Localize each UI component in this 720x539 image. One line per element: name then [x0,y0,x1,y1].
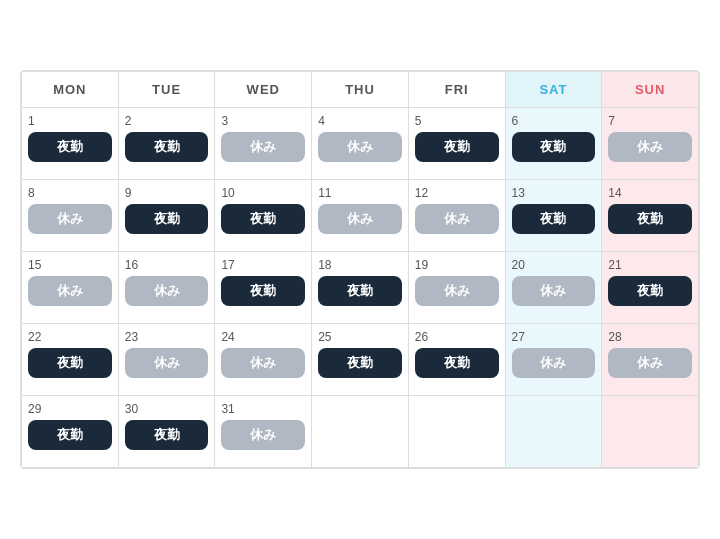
day-number: 13 [512,186,596,200]
day-number: 5 [415,114,499,128]
day-cell-29: 29夜勤 [22,396,119,468]
day-number: 18 [318,258,402,272]
rest-badge: 休み [125,276,209,306]
day-cell-24: 24休み [215,324,312,396]
night-badge: 夜勤 [415,132,499,162]
night-badge: 夜勤 [318,276,402,306]
day-number: 15 [28,258,112,272]
night-badge: 夜勤 [28,348,112,378]
day-number: 8 [28,186,112,200]
day-cell-23: 23休み [119,324,216,396]
night-badge: 夜勤 [608,276,692,306]
day-number: 9 [125,186,209,200]
rest-badge: 休み [415,276,499,306]
day-number: 29 [28,402,112,416]
day-number: 12 [415,186,499,200]
day-number: 3 [221,114,305,128]
day-cell-30: 30夜勤 [119,396,216,468]
day-cell-14: 14夜勤 [602,180,699,252]
day-cell-11: 11休み [312,180,409,252]
night-badge: 夜勤 [28,420,112,450]
rest-badge: 休み [318,132,402,162]
day-number: 30 [125,402,209,416]
day-number: 2 [125,114,209,128]
day-cell-7: 7休み [602,108,699,180]
day-cell-15: 15休み [22,252,119,324]
day-cell-2: 2夜勤 [119,108,216,180]
day-number: 19 [415,258,499,272]
day-number: 22 [28,330,112,344]
night-badge: 夜勤 [512,204,596,234]
rest-badge: 休み [318,204,402,234]
rest-badge: 休み [221,348,305,378]
header-tue: TUE [119,72,216,108]
day-cell-empty [312,396,409,468]
calendar: MONTUEWEDTHUFRISATSUN1夜勤2夜勤3休み4休み5夜勤6夜勤7… [20,70,700,469]
day-number: 10 [221,186,305,200]
day-cell-28: 28休み [602,324,699,396]
day-cell-18: 18夜勤 [312,252,409,324]
header-sun: SUN [602,72,699,108]
night-badge: 夜勤 [318,348,402,378]
calendar-grid: MONTUEWEDTHUFRISATSUN1夜勤2夜勤3休み4休み5夜勤6夜勤7… [21,71,699,468]
day-cell-3: 3休み [215,108,312,180]
day-number: 14 [608,186,692,200]
day-number: 25 [318,330,402,344]
day-number: 23 [125,330,209,344]
day-cell-6: 6夜勤 [506,108,603,180]
day-number: 27 [512,330,596,344]
day-cell-12: 12休み [409,180,506,252]
day-cell-8: 8休み [22,180,119,252]
rest-badge: 休み [608,132,692,162]
day-cell-17: 17夜勤 [215,252,312,324]
day-number: 7 [608,114,692,128]
day-number: 6 [512,114,596,128]
night-badge: 夜勤 [512,132,596,162]
header-wed: WED [215,72,312,108]
rest-badge: 休み [125,348,209,378]
day-number: 11 [318,186,402,200]
day-cell-25: 25夜勤 [312,324,409,396]
night-badge: 夜勤 [221,204,305,234]
day-number: 1 [28,114,112,128]
day-number: 26 [415,330,499,344]
day-cell-5: 5夜勤 [409,108,506,180]
day-cell-16: 16休み [119,252,216,324]
header-sat: SAT [506,72,603,108]
day-number: 28 [608,330,692,344]
night-badge: 夜勤 [28,132,112,162]
rest-badge: 休み [221,132,305,162]
day-cell-1: 1夜勤 [22,108,119,180]
rest-badge: 休み [415,204,499,234]
day-number: 24 [221,330,305,344]
day-cell-26: 26夜勤 [409,324,506,396]
day-cell-4: 4休み [312,108,409,180]
night-badge: 夜勤 [415,348,499,378]
day-number: 31 [221,402,305,416]
day-cell-21: 21夜勤 [602,252,699,324]
rest-badge: 休み [28,276,112,306]
day-cell-20: 20休み [506,252,603,324]
rest-badge: 休み [608,348,692,378]
day-cell-empty [602,396,699,468]
rest-badge: 休み [28,204,112,234]
day-cell-10: 10夜勤 [215,180,312,252]
night-badge: 夜勤 [125,132,209,162]
day-cell-27: 27休み [506,324,603,396]
night-badge: 夜勤 [125,204,209,234]
day-cell-19: 19休み [409,252,506,324]
night-badge: 夜勤 [608,204,692,234]
night-badge: 夜勤 [221,276,305,306]
day-cell-empty [409,396,506,468]
day-number: 16 [125,258,209,272]
day-number: 20 [512,258,596,272]
day-number: 17 [221,258,305,272]
day-cell-22: 22夜勤 [22,324,119,396]
rest-badge: 休み [512,276,596,306]
rest-badge: 休み [221,420,305,450]
day-cell-empty [506,396,603,468]
day-number: 21 [608,258,692,272]
header-mon: MON [22,72,119,108]
night-badge: 夜勤 [125,420,209,450]
day-cell-13: 13夜勤 [506,180,603,252]
